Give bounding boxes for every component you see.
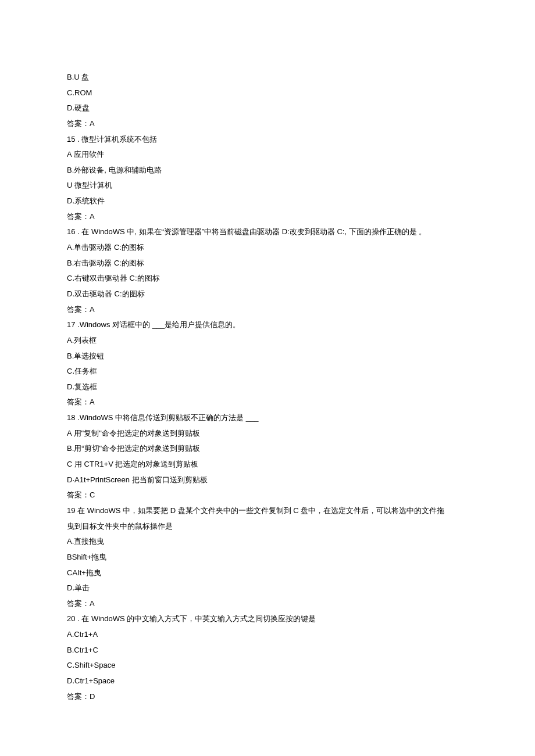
question-line: 20 . 在 WindoWS 的中文输入方式下，中英文输入方式之间切换应按的键是 bbox=[67, 611, 468, 627]
text-line: A.单击驱动器 C:的图标 bbox=[67, 240, 468, 256]
text-line: C.右键双击驱动器 C:的图标 bbox=[67, 271, 468, 286]
answer-line: 答案：D bbox=[67, 689, 468, 705]
answer-line: 答案：A bbox=[67, 395, 468, 410]
text-line: A.直接拖曳 bbox=[67, 534, 468, 550]
answer-line: 答案：A bbox=[67, 116, 468, 132]
answer-line: 答案：A bbox=[67, 596, 468, 612]
text-line: CAIt+拖曳 bbox=[67, 565, 468, 581]
text-line: B.用“剪切"命令把选定的对象送到剪贴板 bbox=[67, 441, 468, 457]
question-line: 18 .WindoWS 中将信息传送到剪贴板不正确的方法是 ___ bbox=[67, 410, 468, 426]
text-line: D.系统软件 bbox=[67, 194, 468, 209]
text-line: BShift+拖曳 bbox=[67, 550, 468, 565]
text-line: D·A1t+PrintScreen 把当前窗口送到剪贴板 bbox=[67, 472, 468, 488]
text-line: A.Ctr1+A bbox=[67, 627, 468, 643]
question-line: 19 在 WindoWS 中，如果要把 D 盘某个文件夹中的一些文件复制到 C … bbox=[67, 503, 468, 519]
text-line: B.外部设备, 电源和辅助电路 bbox=[67, 163, 468, 178]
text-line: C.任务框 bbox=[67, 364, 468, 379]
question-line: 15 . 微型计算机系统不包括 bbox=[67, 132, 468, 148]
text-line: U 微型计算机 bbox=[67, 178, 468, 194]
answer-line: 答案：A bbox=[67, 209, 468, 225]
question-line: 17 .Windows 对话框中的 ___是给用户提供信息的。 bbox=[67, 317, 468, 333]
answer-line: 答案：A bbox=[67, 302, 468, 318]
document-page: B.U 盘 C.ROM D.硬盘 答案：A 15 . 微型计算机系统不包括 A … bbox=[0, 0, 535, 756]
text-line: D.硬盘 bbox=[67, 101, 468, 116]
text-line: 曳到目标文件夹中的鼠标操作是 bbox=[67, 519, 468, 535]
text-line: D.Ctr1+Space bbox=[67, 673, 468, 689]
question-line: 16 . 在 WindoWS 中, 如果在“资源管理器”中将当前磁盘由驱动器 D… bbox=[67, 224, 468, 240]
text-line: A 应用软件 bbox=[67, 147, 468, 163]
text-line: C.Shift+Space bbox=[67, 658, 468, 673]
text-line: B.U 盘 bbox=[67, 70, 468, 85]
text-line: D.双击驱动器 C:的图标 bbox=[67, 286, 468, 302]
text-line: D.复选框 bbox=[67, 379, 468, 395]
text-line: B.Ctr1+C bbox=[67, 643, 468, 658]
text-line: B.右击驱动器 C:的图标 bbox=[67, 256, 468, 271]
text-line: C.ROM bbox=[67, 85, 468, 101]
text-line: B.单选按钮 bbox=[67, 349, 468, 364]
text-line: A 用"复制"命令把选定的对象送到剪贴板 bbox=[67, 426, 468, 442]
text-line: A.列表框 bbox=[67, 333, 468, 349]
text-line: C 用 CTR1+V 把选定的对象送到剪贴板 bbox=[67, 457, 468, 472]
answer-line: 答案：C bbox=[67, 488, 468, 503]
text-line: D.单击 bbox=[67, 581, 468, 596]
